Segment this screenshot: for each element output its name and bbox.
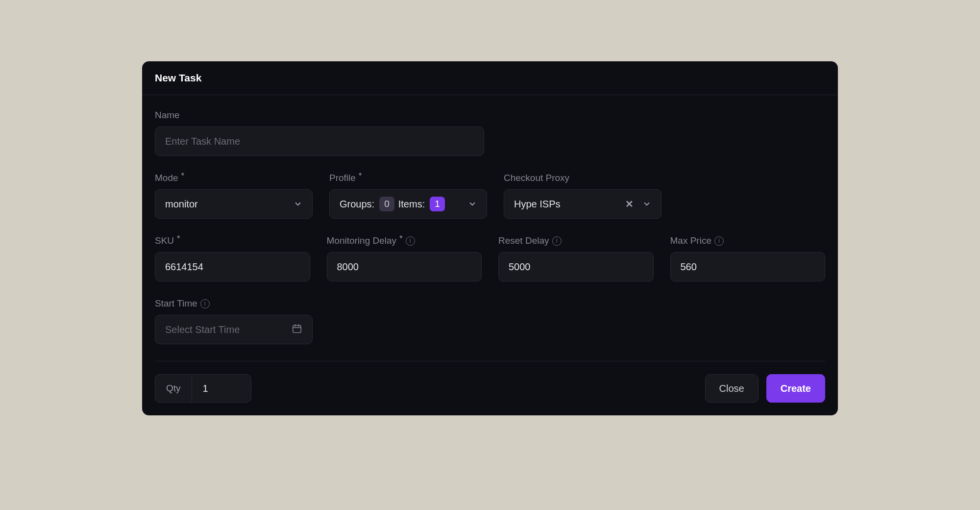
row-sku-delays-price: SKU* Monitoring Delay* i Reset Delay i	[155, 235, 825, 281]
profile-groups-badge: 0	[379, 197, 394, 211]
start-time-placeholder: Select Start Time	[165, 324, 240, 335]
create-button[interactable]: Create	[766, 374, 825, 403]
modal-title: New Task	[155, 72, 825, 84]
field-reset-delay: Reset Delay i	[498, 235, 654, 281]
label-mode-text: Mode	[155, 173, 178, 183]
label-monitoring-delay: Monitoring Delay* i	[327, 235, 482, 246]
label-sku: SKU*	[155, 235, 310, 246]
info-icon[interactable]: i	[552, 236, 562, 246]
label-sku-text: SKU	[155, 235, 174, 246]
qty-input[interactable]	[192, 375, 251, 402]
chevron-down-icon	[468, 200, 477, 208]
row-name: Name	[155, 110, 825, 156]
profile-select[interactable]: Groups: 0 Items: 1	[329, 189, 487, 219]
reset-delay-input[interactable]	[498, 252, 654, 281]
qty-label: Qty	[155, 375, 192, 402]
label-profile: Profile*	[329, 173, 487, 183]
calendar-icon	[292, 323, 302, 336]
qty-control: Qty	[155, 374, 251, 403]
label-max-price-text: Max Price	[670, 235, 711, 246]
max-price-input[interactable]	[670, 252, 826, 281]
label-mode: Mode*	[155, 173, 313, 183]
mode-select-value: monitor	[165, 199, 198, 210]
row-mode-profile-proxy: Mode* monitor Profile* Groups: 0	[155, 173, 825, 219]
svg-rect-0	[293, 325, 301, 332]
modal-footer: Qty Close Create	[142, 361, 838, 415]
checkout-proxy-select[interactable]: Hype ISPs ✕	[504, 189, 662, 219]
field-sku: SKU*	[155, 235, 310, 281]
field-mode: Mode* monitor	[155, 173, 313, 219]
monitoring-delay-input[interactable]	[327, 252, 482, 281]
label-reset-delay: Reset Delay i	[498, 235, 654, 246]
modal-header: New Task	[142, 61, 838, 95]
required-asterisk: *	[399, 234, 403, 244]
footer-actions: Close Create	[705, 374, 825, 403]
row-start-time: Start Time i Select Start Time	[155, 298, 825, 344]
field-monitoring-delay: Monitoring Delay* i	[327, 235, 482, 281]
field-checkout-proxy: Checkout Proxy Hype ISPs ✕	[504, 173, 662, 219]
label-profile-text: Profile	[329, 173, 356, 183]
info-icon[interactable]: i	[714, 236, 724, 246]
chevron-down-icon	[642, 200, 651, 208]
label-monitoring-delay-text: Monitoring Delay	[327, 235, 397, 246]
required-asterisk: *	[181, 171, 185, 181]
required-asterisk: *	[177, 234, 180, 244]
profile-items-label: Items:	[398, 199, 425, 210]
checkout-proxy-actions: ✕	[625, 199, 651, 209]
checkout-proxy-value: Hype ISPs	[514, 199, 560, 210]
name-input[interactable]	[155, 127, 484, 156]
profile-select-inner: Groups: 0 Items: 1	[340, 197, 445, 211]
label-reset-delay-text: Reset Delay	[498, 235, 549, 246]
label-start-time: Start Time i	[155, 298, 313, 309]
info-icon[interactable]: i	[200, 299, 210, 308]
sku-input[interactable]	[155, 252, 310, 281]
label-checkout-proxy: Checkout Proxy	[504, 173, 662, 183]
field-name: Name	[155, 110, 484, 156]
clear-icon[interactable]: ✕	[625, 199, 634, 209]
required-asterisk: *	[359, 171, 362, 181]
profile-items-badge: 1	[430, 197, 445, 211]
close-button[interactable]: Close	[705, 374, 759, 403]
start-time-picker[interactable]: Select Start Time	[155, 315, 313, 344]
field-profile: Profile* Groups: 0 Items: 1	[329, 173, 487, 219]
field-start-time: Start Time i Select Start Time	[155, 298, 313, 344]
mode-select[interactable]: monitor	[155, 189, 313, 219]
field-max-price: Max Price i	[670, 235, 826, 281]
label-max-price: Max Price i	[670, 235, 826, 246]
label-start-time-text: Start Time	[155, 298, 197, 309]
profile-groups-label: Groups:	[340, 199, 374, 210]
label-name: Name	[155, 110, 484, 121]
modal-body: Name Mode* monitor Profile*	[142, 95, 838, 361]
chevron-down-icon	[294, 200, 302, 208]
info-icon[interactable]: i	[406, 236, 415, 246]
new-task-modal: New Task Name Mode* monitor	[142, 61, 838, 415]
